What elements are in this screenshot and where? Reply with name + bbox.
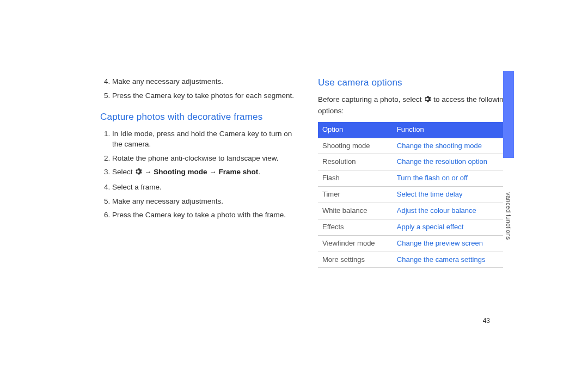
- cell-option: Timer: [318, 187, 393, 203]
- gear-icon: [134, 168, 142, 179]
- cell-function: Change the resolution option: [393, 154, 514, 170]
- options-table: Option Function Shooting modeChange the …: [318, 122, 514, 268]
- list-text: Make any necessary adjustments.: [112, 77, 223, 85]
- section-heading-options: Use camera options: [318, 76, 514, 90]
- list-text: Press the Camera key to take photos for …: [112, 91, 294, 100]
- continued-list: Make any necessary adjustments. Press th…: [100, 76, 296, 101]
- cell-option: Flash: [318, 170, 393, 187]
- side-tab: using advanced functions: [503, 71, 514, 338]
- arrow: →: [209, 168, 218, 176]
- th-option: Option: [318, 122, 393, 138]
- list-item: In Idle mode, press and hold the Camera …: [112, 129, 296, 150]
- gear-icon: [424, 95, 431, 106]
- list-item: Select → Shooting mode → Frame shot.: [112, 167, 296, 179]
- list-text: Make any necessary adjustments.: [112, 197, 223, 205]
- cell-option: White balance: [318, 203, 393, 219]
- list-text: In Idle mode, press and hold the Camera …: [112, 130, 292, 149]
- table-row: ResolutionChange the resolution option: [318, 154, 514, 170]
- table-row: Viewfinder modeChange the preview screen: [318, 235, 514, 252]
- frames-list: In Idle mode, press and hold the Camera …: [100, 129, 296, 221]
- table-row: EffectsApply a special effect: [318, 219, 514, 235]
- cell-function: Change the shooting mode: [393, 138, 514, 154]
- page-number: 43: [483, 317, 490, 325]
- page: Make any necessary adjustments. Press th…: [0, 0, 588, 379]
- section-heading-frames: Capture photos with decorative frames: [100, 111, 296, 124]
- left-column: Make any necessary adjustments. Press th…: [100, 76, 296, 268]
- cell-function: Select the time delay: [393, 187, 514, 203]
- content-columns: Make any necessary adjustments. Press th…: [0, 0, 588, 268]
- cell-function: Apply a special effect: [393, 219, 514, 235]
- right-column: Use camera options Before capturing a ph…: [318, 76, 514, 268]
- list-item: Make any necessary adjustments.: [112, 196, 296, 207]
- side-tab-label: using advanced functions: [505, 168, 512, 240]
- side-tab-label-rest: vanced functions: [505, 192, 512, 240]
- cell-option: Resolution: [318, 154, 393, 170]
- list-item: Press the Camera key to take photos for …: [112, 90, 296, 101]
- list-item: Select a frame.: [112, 182, 296, 193]
- list-item: Press the Camera key to take a photo wit…: [112, 210, 296, 221]
- bold-text: Frame shot: [219, 168, 259, 176]
- table-header-row: Option Function: [318, 122, 514, 138]
- bold-text: Shooting mode: [154, 168, 207, 176]
- cell-function: Adjust the colour balance: [393, 203, 514, 219]
- arrow: →: [144, 168, 154, 176]
- intro-prefix: Before capturing a photo, select: [318, 95, 424, 103]
- cell-function: Change the camera settings: [393, 252, 514, 268]
- table-row: White balanceAdjust the colour balance: [318, 203, 514, 219]
- suffix: .: [258, 168, 260, 176]
- cell-option: Viewfinder mode: [318, 235, 393, 252]
- list-item: Make any necessary adjustments.: [112, 76, 296, 87]
- list-text: Rotate the phone anti-clockwise to lands…: [112, 154, 278, 162]
- list-text-prefix: Select: [112, 168, 134, 176]
- list-text: Press the Camera key to take a photo wit…: [112, 211, 286, 219]
- table-row: More settingsChange the camera settings: [318, 252, 514, 268]
- list-item: Rotate the phone anti-clockwise to lands…: [112, 153, 296, 164]
- cell-function: Change the preview screen: [393, 235, 514, 252]
- list-text: Select a frame.: [112, 183, 162, 191]
- intro-paragraph: Before capturing a photo, select to acce…: [318, 94, 514, 117]
- cell-function: Turn the flash on or off: [393, 170, 514, 187]
- side-tab-label-highlighted: using ad: [505, 168, 512, 192]
- table-row: FlashTurn the flash on or off: [318, 170, 514, 187]
- cell-option: Shooting mode: [318, 138, 393, 154]
- cell-option: Effects: [318, 219, 393, 235]
- th-function: Function: [393, 122, 514, 138]
- side-tab-highlight: [503, 71, 514, 158]
- table-row: TimerSelect the time delay: [318, 187, 514, 203]
- cell-option: More settings: [318, 252, 393, 268]
- table-row: Shooting modeChange the shooting mode: [318, 138, 514, 154]
